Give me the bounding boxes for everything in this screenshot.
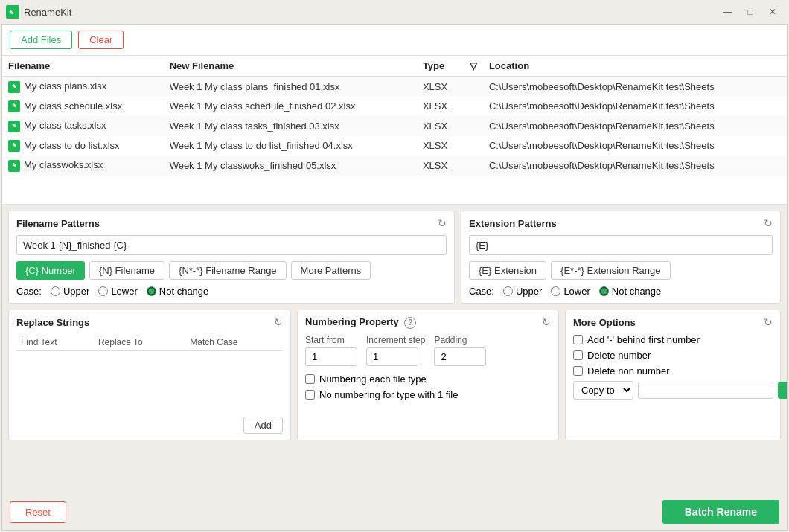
cell-filename: ✎My classwoks.xlsx <box>2 156 164 176</box>
padding-input[interactable] <box>434 347 486 366</box>
extension-patterns-refresh-icon[interactable]: ↻ <box>764 217 773 229</box>
ext-case-notchange-label[interactable]: Not change <box>599 286 662 297</box>
filename-patterns-refresh-icon[interactable]: ↻ <box>438 217 447 229</box>
delete-number-checkbox[interactable] <box>573 350 583 360</box>
cell-location: C:\Users\mobeesoft\Desktop\RenameKit tes… <box>483 136 787 156</box>
add-dash-checkbox[interactable] <box>573 335 583 344</box>
replace-strings-title: Replace Strings <box>16 317 89 328</box>
filename-patterns-title: Filename Patterns <box>16 218 100 229</box>
btn-more-patterns[interactable]: More Patterns <box>291 261 371 280</box>
ext-case-upper-label[interactable]: Upper <box>503 286 542 297</box>
reset-button[interactable]: Reset <box>10 501 66 523</box>
delete-non-number-checkbox[interactable] <box>573 366 583 376</box>
file-table-container: Filename New Filename Type ▽ Location ✎M… <box>2 56 787 205</box>
cell-new-filename: Week 1 My class schedule_finished 02.xls… <box>164 97 417 117</box>
cell-type: XLSX <box>417 116 464 136</box>
ext-case-lower-label[interactable]: Lower <box>551 286 590 297</box>
copy-to-row: Copy to Move to Change <box>573 381 773 400</box>
extension-patterns-panel: Extension Patterns ↻ {E} Extension {E*-*… <box>461 211 781 304</box>
add-files-button[interactable]: Add Files <box>10 31 72 49</box>
case-lower-radio[interactable] <box>98 286 108 296</box>
cell-filter-placeholder <box>464 77 483 97</box>
extension-pattern-buttons: {E} Extension {E*-*} Extension Range <box>469 261 773 280</box>
case-upper-label[interactable]: Upper <box>51 286 89 297</box>
numbering-property-refresh-icon[interactable]: ↻ <box>542 316 551 328</box>
table-row[interactable]: ✎My class tasks.xlsx Week 1 My class tas… <box>2 116 787 136</box>
batch-rename-button[interactable]: Batch Rename <box>662 500 779 524</box>
col-location: Location <box>483 56 787 77</box>
btn-e-extension[interactable]: {E} Extension <box>469 261 546 280</box>
no-numbering-label: No numbering for type with 1 file <box>319 389 458 400</box>
numbering-property-header: Numbering Property ? ↻ <box>305 316 551 329</box>
cell-filter-placeholder <box>464 136 483 156</box>
file-icon: ✎ <box>8 100 20 112</box>
more-options-title: More Options <box>573 317 636 328</box>
table-row[interactable]: ✎My class plans.xlsx Week 1 My class pla… <box>2 77 787 97</box>
extension-pattern-input[interactable] <box>469 235 773 255</box>
minimize-button[interactable]: — <box>718 4 738 20</box>
change-button[interactable]: Change <box>778 382 787 399</box>
delete-number-label: Delete number <box>587 350 651 361</box>
panel-row-2: Replace Strings ↻ Find Text Replace To M… <box>8 310 781 440</box>
numbering-each-file-type-checkbox[interactable] <box>305 374 315 384</box>
col-replace-to: Replace To <box>94 334 185 351</box>
replace-strings-panel: Replace Strings ↻ Find Text Replace To M… <box>8 310 291 440</box>
delete-non-number-label: Delete non number <box>587 365 670 376</box>
file-table: Filename New Filename Type ▽ Location ✎M… <box>2 56 787 176</box>
case-upper-radio[interactable] <box>51 286 60 296</box>
col-type: Type <box>417 56 464 77</box>
filename-pattern-input[interactable] <box>16 235 447 255</box>
copy-to-input[interactable] <box>638 382 773 399</box>
close-button[interactable]: ✕ <box>762 4 783 20</box>
numbering-property-panel: Numbering Property ? ↻ Start from Increm… <box>297 310 559 440</box>
btn-extension-range[interactable]: {E*-*} Extension Range <box>551 261 670 280</box>
start-from-input[interactable] <box>305 347 357 366</box>
svg-text:✎: ✎ <box>9 10 14 16</box>
btn-n-filename[interactable]: {N} Filename <box>89 261 164 280</box>
case-notchange-radio[interactable] <box>147 286 156 296</box>
file-icon: ✎ <box>8 140 20 152</box>
ext-case-row: Case: Upper Lower Not change <box>469 286 773 297</box>
add-dash-row: Add '-' behind first number <box>573 334 773 345</box>
table-row[interactable]: ✎My class schedule.xlsx Week 1 My class … <box>2 97 787 117</box>
title-bar: ✎ RenameKit — □ ✕ <box>0 0 789 24</box>
table-row[interactable]: ✎My classwoks.xlsx Week 1 My classwoks_f… <box>2 156 787 176</box>
ext-case-upper-radio[interactable] <box>503 286 513 296</box>
numbering-property-title: Numbering Property <box>305 316 399 327</box>
cell-filename: ✎My class schedule.xlsx <box>2 97 164 117</box>
cell-type: XLSX <box>417 97 464 117</box>
more-options-header: More Options ↻ <box>573 316 773 328</box>
cell-new-filename: Week 1 My class plans_finished 01.xlsx <box>164 77 417 97</box>
btn-filename-range[interactable]: {N*-*} Filename Range <box>169 261 287 280</box>
copy-to-select[interactable]: Copy to Move to <box>573 381 633 400</box>
file-icon: ✎ <box>8 81 20 93</box>
increment-step-field: Increment step <box>366 335 425 366</box>
col-filter[interactable]: ▽ <box>464 56 483 77</box>
maximize-button[interactable]: □ <box>740 4 761 20</box>
cell-location: C:\Users\mobeesoft\Desktop\RenameKit tes… <box>483 77 787 97</box>
replace-strings-header: Replace Strings ↻ <box>16 316 283 328</box>
btn-c-number[interactable]: {C} Number <box>16 261 85 280</box>
case-lower-label[interactable]: Lower <box>98 286 137 297</box>
case-notchange-label[interactable]: Not change <box>147 286 209 297</box>
app-icon: ✎ <box>6 5 19 19</box>
col-match-case: Match Case <box>185 334 283 351</box>
add-dash-label: Add '-' behind first number <box>587 334 700 345</box>
col-filename: Filename <box>2 56 164 77</box>
add-replace-button[interactable]: Add <box>243 417 283 434</box>
table-row[interactable]: ✎My class to do list.xlsx Week 1 My clas… <box>2 136 787 156</box>
ext-case-lower-radio[interactable] <box>551 286 560 296</box>
col-new-filename: New Filename <box>164 56 417 77</box>
replace-table: Find Text Replace To Match Case <box>16 334 283 411</box>
more-options-panel: More Options ↻ Add '-' behind first numb… <box>565 310 781 440</box>
clear-button[interactable]: Clear <box>78 31 124 49</box>
increment-step-input[interactable] <box>366 347 418 366</box>
replace-strings-refresh-icon[interactable]: ↻ <box>274 316 283 328</box>
numbering-each-file-type-row: Numbering each file type <box>305 374 551 385</box>
more-options-refresh-icon[interactable]: ↻ <box>764 316 773 328</box>
ext-case-notchange-radio[interactable] <box>599 286 609 296</box>
toolbar: Add Files Clear <box>2 25 787 56</box>
footer: Reset Batch Rename <box>2 494 787 530</box>
no-numbering-checkbox[interactable] <box>305 390 315 400</box>
increment-step-label: Increment step <box>366 335 425 345</box>
